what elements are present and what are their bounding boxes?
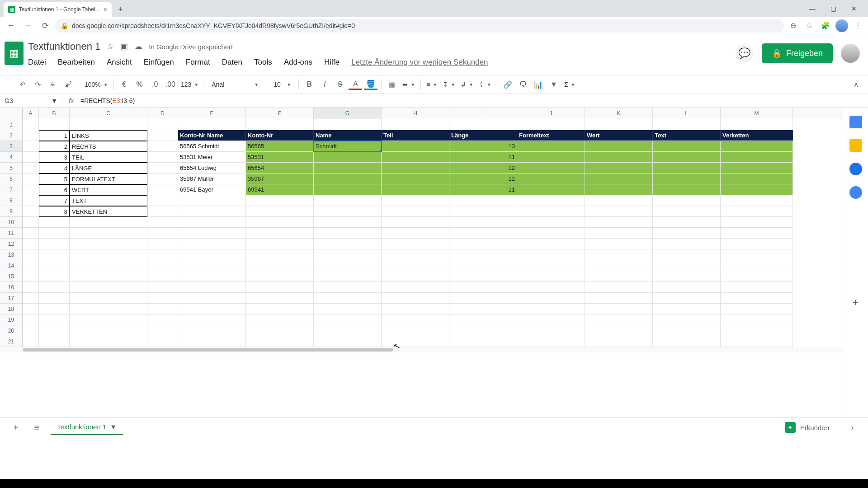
cell-H7[interactable] xyxy=(382,184,449,195)
cell-A8[interactable] xyxy=(23,195,39,206)
cell-A21[interactable] xyxy=(23,336,39,347)
cell-C11[interactable] xyxy=(70,228,147,239)
cell-D16[interactable] xyxy=(147,282,178,293)
cell-C17[interactable] xyxy=(70,293,147,304)
cell-L20[interactable] xyxy=(653,325,721,336)
cell-L21[interactable] xyxy=(653,336,721,347)
menu-bearbeiten[interactable]: Bearbeiten xyxy=(58,58,95,67)
cell-D17[interactable] xyxy=(147,293,178,304)
col-header-J[interactable]: J xyxy=(517,108,585,119)
row-header-6[interactable]: 6 xyxy=(0,174,23,184)
row-header-21[interactable]: 21 xyxy=(0,336,23,347)
cell-C15[interactable] xyxy=(70,271,147,282)
cell-J3[interactable] xyxy=(517,141,585,152)
cell-A6[interactable] xyxy=(23,174,39,184)
cell-K5[interactable] xyxy=(585,163,653,174)
cell-A7[interactable] xyxy=(23,184,39,195)
cell-I10[interactable] xyxy=(449,217,517,228)
v-align-dropdown[interactable]: ↧ ▼ xyxy=(441,77,457,92)
browser-menu-icon[interactable]: ⋮ xyxy=(852,19,864,32)
cell-D10[interactable] xyxy=(147,217,178,228)
cell-A9[interactable] xyxy=(23,206,39,217)
browser-tab[interactable]: ▦ Textfunktionen 1 - Google Tabel... × xyxy=(4,2,112,17)
cell-F13[interactable] xyxy=(246,249,314,260)
doc-title[interactable]: Textfunktionen 1 xyxy=(28,41,100,52)
row-header-18[interactable]: 18 xyxy=(0,304,23,314)
cell-M1[interactable] xyxy=(721,119,793,130)
link-icon[interactable]: 🔗 xyxy=(501,77,514,92)
cell-B19[interactable] xyxy=(39,314,70,325)
row-header-2[interactable]: 2 xyxy=(0,130,23,141)
cell-D19[interactable] xyxy=(147,314,178,325)
cell-K10[interactable] xyxy=(585,217,653,228)
fill-color-icon[interactable]: 🪣 xyxy=(364,79,377,90)
cell-A20[interactable] xyxy=(23,325,39,336)
cell-B2[interactable]: 1 xyxy=(39,130,70,141)
row-header-11[interactable]: 11 xyxy=(0,228,23,239)
cell-J18[interactable] xyxy=(517,304,585,314)
cell-B3[interactable]: 2 xyxy=(39,141,70,152)
cell-J7[interactable] xyxy=(517,184,585,195)
cell-E3[interactable]: 56565 Schmidt xyxy=(178,141,246,152)
cell-G13[interactable] xyxy=(314,249,382,260)
cell-B10[interactable] xyxy=(39,217,70,228)
cell-F4[interactable]: 53531 xyxy=(246,152,314,163)
cell-C13[interactable] xyxy=(70,249,147,260)
cell-J5[interactable] xyxy=(517,163,585,174)
cell-D3[interactable] xyxy=(147,141,178,152)
cell-H20[interactable] xyxy=(382,325,449,336)
cell-F15[interactable] xyxy=(246,271,314,282)
text-color-icon[interactable]: A xyxy=(349,79,362,90)
cell-M11[interactable] xyxy=(721,228,793,239)
sheets-logo-icon[interactable]: ▦ xyxy=(5,42,24,65)
row-header-8[interactable]: 8 xyxy=(0,195,23,206)
cell-L13[interactable] xyxy=(653,249,721,260)
cell-F6[interactable]: 35987 xyxy=(246,174,314,184)
cell-I18[interactable] xyxy=(449,304,517,314)
cell-L9[interactable] xyxy=(653,206,721,217)
formula-input[interactable]: =RECHTS(E3;I3-6) xyxy=(80,97,135,104)
cell-G2[interactable]: Name xyxy=(314,130,382,141)
cell-H12[interactable] xyxy=(382,239,449,249)
cell-K4[interactable] xyxy=(585,152,653,163)
cell-B11[interactable] xyxy=(39,228,70,239)
cell-I14[interactable] xyxy=(449,260,517,271)
side-panel-toggle-icon[interactable]: › xyxy=(845,421,859,434)
maximize-icon[interactable]: ▢ xyxy=(823,1,844,16)
cell-L4[interactable] xyxy=(653,152,721,163)
cell-C5[interactable]: LÄNGE xyxy=(70,163,147,174)
number-format-dropdown[interactable]: 123▼ xyxy=(179,77,200,92)
contacts-icon[interactable] xyxy=(849,186,862,199)
cell-H16[interactable] xyxy=(382,282,449,293)
col-header-M[interactable]: M xyxy=(721,108,793,119)
cell-F12[interactable] xyxy=(246,239,314,249)
close-tab-icon[interactable]: × xyxy=(104,6,107,13)
cell-M15[interactable] xyxy=(721,271,793,282)
zoom-icon[interactable]: ⊖ xyxy=(787,19,799,32)
cell-K3[interactable] xyxy=(585,141,653,152)
cell-J6[interactable] xyxy=(517,174,585,184)
row-header-3[interactable]: 3 xyxy=(0,141,23,152)
row-header-19[interactable]: 19 xyxy=(0,314,23,325)
cell-E10[interactable] xyxy=(178,217,246,228)
row-header-5[interactable]: 5 xyxy=(0,163,23,174)
cell-H10[interactable] xyxy=(382,217,449,228)
undo-icon[interactable]: ↶ xyxy=(15,77,29,92)
cell-M14[interactable] xyxy=(721,260,793,271)
cell-E2[interactable]: Konto-Nr Name xyxy=(178,130,246,141)
cell-E14[interactable] xyxy=(178,260,246,271)
cell-B7[interactable]: 6 xyxy=(39,184,70,195)
cell-I13[interactable] xyxy=(449,249,517,260)
cell-I11[interactable] xyxy=(449,228,517,239)
cell-F19[interactable] xyxy=(246,314,314,325)
menu-daten[interactable]: Daten xyxy=(222,58,242,67)
cell-H4[interactable] xyxy=(382,152,449,163)
cell-J19[interactable] xyxy=(517,314,585,325)
cell-I3[interactable]: 13 xyxy=(449,141,517,152)
cell-E21[interactable] xyxy=(178,336,246,347)
cell-D11[interactable] xyxy=(147,228,178,239)
cell-F8[interactable] xyxy=(246,195,314,206)
row-header-13[interactable]: 13 xyxy=(0,249,23,260)
row-header-9[interactable]: 9 xyxy=(0,206,23,217)
col-header-I[interactable]: I xyxy=(449,108,517,119)
